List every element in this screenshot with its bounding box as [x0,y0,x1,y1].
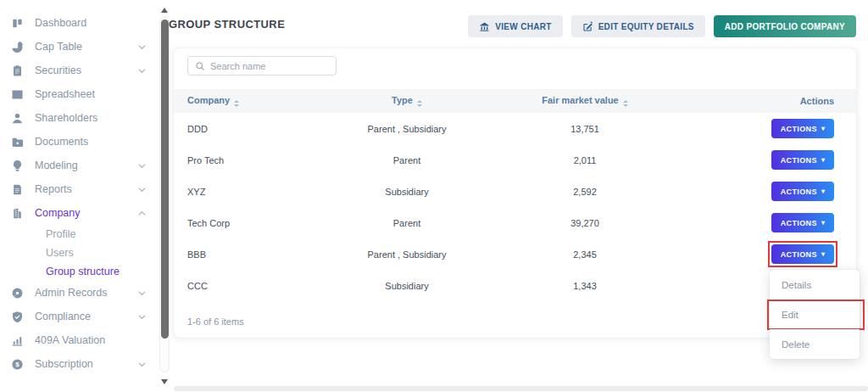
actions-cell: ACTIONS ▾ [674,207,856,238]
sidebar-item-label: Compliance [35,311,91,322]
add-portfolio-company-label: ADD PORTFOLIO COMPANY [725,22,845,31]
menu-item-label: Edit [782,310,798,320]
actions-button[interactable]: ACTIONS ▾ [771,244,834,264]
chevron-up-icon [137,209,147,218]
sidebar-item[interactable]: $ Subscription [0,352,159,376]
sidebar-item[interactable]: Documents [0,130,159,154]
sidebar-item-label: Company [35,207,81,219]
view-chart-label: VIEW CHART [495,22,551,31]
chevron-down-icon [137,185,147,194]
sidebar-item-label: Users [46,247,74,259]
actions-button[interactable]: ACTIONS ▾ [771,119,834,138]
dollar-icon: $ [11,358,24,371]
caret-down-icon: ▾ [821,220,825,227]
caret-down-icon: ▾ [821,251,825,258]
caret-down-icon: ▾ [821,188,825,195]
page-title: GROUP STRUCTURE [169,18,285,31]
sidebar-item[interactable]: Securities [0,59,159,82]
table-row: Tech Corp Parent 39,270 ACTIONS ▾ [174,207,856,238]
sidebar-item[interactable]: Spreadsheet [0,82,159,106]
menu-item[interactable]: Delete [770,329,860,359]
scrollbar-thumb[interactable] [161,20,169,339]
column-header-type[interactable]: Type [318,89,496,113]
fair-market-value-cell: 2,011 [496,144,674,176]
menu-item[interactable]: Edit [770,300,860,329]
sidebar-item-label: Subscription [35,358,93,370]
sidebar-item[interactable]: Shareholders [0,106,159,130]
company-cell: CCC [174,270,318,301]
sidebar-item[interactable]: Reports [0,177,159,201]
group-structure-table: Company Type Fair market value Actions D… [174,89,856,301]
actions-dropdown-menu: Details Edit Delete [770,270,860,359]
sidebar-item[interactable]: Users [0,244,159,262]
table-icon [11,88,24,101]
sidebar-item-label: Cap Table [35,41,82,53]
actions-button-label: ACTIONS [781,156,817,165]
column-header-fair-market-value[interactable]: Fair market value [496,89,674,113]
fair-market-value-cell: 1,343 [496,270,674,301]
scroll-down-icon[interactable] [161,379,168,384]
actions-button-highlight: ACTIONS ▾ [771,182,834,201]
menu-item[interactable]: Details [770,270,860,300]
sort-icon[interactable] [623,100,628,107]
group-structure-card: Company Type Fair market value Actions D… [174,48,856,338]
sidebar-item-label: Shareholders [35,112,97,124]
actions-button-highlight: ACTIONS ▾ [771,119,834,138]
sidebar-item-label: Documents [35,136,88,148]
sidebar-item-label: Admin Records [35,287,107,299]
table-row: CCC Subsidiary 1,343 ACTIONS ▾ [174,270,856,301]
fair-market-value-cell: 2,592 [496,176,674,207]
sidebar-item[interactable]: Compliance [0,305,159,328]
caret-down-icon: ▾ [821,126,825,132]
vertical-scrollbar[interactable] [158,0,171,392]
sidebar-item-label: Group structure [46,266,120,277]
folder-icon [11,136,24,148]
actions-button-label: ACTIONS [781,219,817,227]
horizontal-scrollbar[interactable] [174,386,868,391]
view-chart-button[interactable]: VIEW CHART [468,15,562,37]
sidebar-item[interactable]: Admin Records [0,281,159,305]
column-label: Fair market value [542,95,619,105]
actions-button-label: ACTIONS [781,125,817,133]
table-row: DDD Parent , Subsidiary 13,751 ACTIONS ▾ [174,113,856,144]
search-input[interactable] [210,61,329,71]
type-cell: Subsidiary [318,270,496,301]
building-icon [11,207,24,220]
edit-equity-details-label: EDIT EQUITY DETAILS [598,22,694,31]
sort-icon[interactable] [417,100,422,107]
sidebar-item[interactable]: Cap Table [0,35,159,59]
shield-icon [11,311,24,323]
person-icon [11,112,24,125]
actions-button-highlight: ACTIONS ▾ [771,213,834,232]
actions-button[interactable]: ACTIONS ▾ [771,150,834,170]
sidebar-item-label: Modeling [35,160,78,171]
sort-icon[interactable] [234,100,239,107]
company-cell: XYZ [174,176,318,207]
scroll-up-icon[interactable] [161,8,168,13]
sidebar-item[interactable]: Group structure [0,262,159,281]
sidebar-item[interactable]: 409A Valuation [0,328,159,352]
pagination-status: 1-6 of 6 items [187,316,244,327]
actions-button[interactable]: ACTIONS ▾ [771,213,834,232]
menu-item-label: Delete [782,339,810,350]
search-icon [195,61,205,71]
type-cell: Parent [318,207,496,238]
chevron-down-icon [137,360,147,369]
add-portfolio-company-button[interactable]: ADD PORTFOLIO COMPANY [714,15,856,37]
sidebar-item[interactable]: Modeling [0,154,159,177]
sidebar-item-label: Profile [46,228,75,240]
menu-item-label: Details [782,280,811,290]
sidebar-item[interactable]: Profile [0,225,159,244]
company-cell: Pro Tech [174,144,318,176]
type-cell: Parent , Subsidiary [318,238,496,270]
caret-down-icon: ▾ [821,157,825,164]
column-header-actions: Actions [674,89,856,113]
actions-cell: ACTIONS ▾ [674,113,856,144]
column-header-company[interactable]: Company [174,89,318,113]
sidebar-item[interactable]: Company [0,201,159,225]
actions-button[interactable]: ACTIONS ▾ [771,182,834,201]
header-actions: VIEW CHART EDIT EQUITY DETAILS ADD PORTF… [468,15,856,37]
actions-button-label: ACTIONS [781,188,817,196]
edit-equity-details-button[interactable]: EDIT EQUITY DETAILS [571,15,705,37]
sidebar-item[interactable]: Dashboard [0,11,159,35]
